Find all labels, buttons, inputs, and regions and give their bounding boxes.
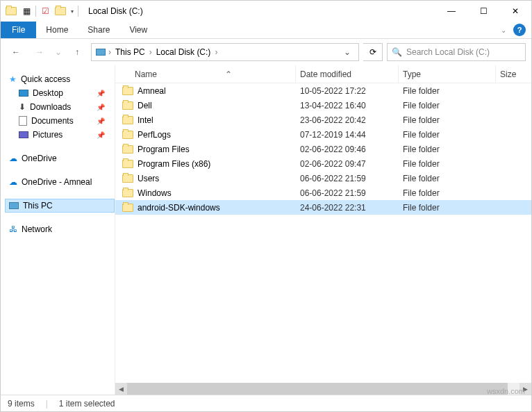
search-placeholder: Search Local Disk (C:) — [406, 47, 490, 57]
chevron-right-icon[interactable]: › — [108, 47, 111, 57]
file-date: 06-06-2022 21:59 — [296, 174, 399, 183]
tab-share[interactable]: Share — [78, 22, 119, 38]
refresh-button[interactable]: ⟳ — [363, 43, 383, 61]
documents-icon — [19, 116, 27, 126]
file-type: File folder — [399, 130, 496, 140]
sidebar-quick-access[interactable]: ★ Quick access — [5, 72, 115, 86]
sidebar-onedrive-amneal[interactable]: ☁OneDrive - Amneal — [5, 175, 115, 189]
sidebar-documents[interactable]: Documents📌 — [5, 114, 115, 128]
file-type: File folder — [399, 145, 496, 154]
cloud-icon: ☁ — [9, 177, 17, 187]
table-row[interactable]: Windows06-06-2022 21:59File folder — [115, 186, 531, 200]
qat-properties-icon[interactable]: ▦ — [20, 5, 33, 17]
title-bar: ▦ ☑ ▾ Local Disk (C:) ― ☐ ✕ — [1, 1, 531, 22]
file-date: 02-06-2022 09:46 — [296, 145, 399, 154]
file-name: android-SDK-windows — [138, 203, 220, 213]
pc-icon — [9, 202, 19, 209]
chevron-right-icon[interactable]: › — [149, 47, 152, 57]
folder-title-icon — [54, 5, 67, 17]
file-type: File folder — [399, 174, 496, 183]
file-list-pane: Name⌃ Date modified Type Size Amneal10-0… — [115, 65, 531, 395]
navigation-bar: ← → ⌄ ↑ › This PC › Local Disk (C:) › ⌄ … — [1, 39, 531, 65]
file-type: File folder — [399, 101, 496, 110]
close-button[interactable]: ✕ — [499, 1, 531, 22]
file-tab[interactable]: File — [1, 22, 36, 38]
column-name[interactable]: Name⌃ — [115, 65, 296, 83]
tab-home[interactable]: Home — [36, 22, 78, 38]
file-type: File folder — [399, 115, 496, 125]
back-button[interactable]: ← — [6, 42, 26, 62]
pin-icon: 📌 — [97, 90, 105, 97]
table-row[interactable]: Intel23-06-2022 20:42File folder — [115, 113, 531, 127]
recent-dropdown-icon[interactable]: ⌄ — [53, 42, 63, 62]
folder-icon — [122, 87, 133, 95]
pin-icon: 📌 — [97, 131, 105, 139]
breadcrumb-this-pc[interactable]: This PC — [113, 47, 148, 57]
chevron-right-icon[interactable]: › — [215, 47, 217, 57]
table-row[interactable]: Program Files (x86)02-06-2022 09:47File … — [115, 156, 531, 171]
help-icon[interactable]: ? — [513, 24, 526, 36]
status-selected-count: 1 item selected — [59, 399, 115, 409]
file-type: File folder — [399, 203, 496, 213]
file-name: Windows — [138, 188, 172, 198]
file-date: 02-06-2022 09:47 — [296, 159, 399, 169]
downloads-icon: ⬇ — [19, 102, 26, 112]
address-dropdown-icon[interactable]: ⌄ — [339, 44, 356, 60]
folder-icon — [122, 145, 133, 154]
table-row[interactable]: Amneal10-05-2022 17:22File folder — [115, 83, 531, 98]
sidebar-network[interactable]: 🖧Network — [5, 222, 115, 236]
table-row[interactable]: Program Files02-06-2022 09:46File folder — [115, 142, 531, 156]
horizontal-scrollbar[interactable]: ◀ ▶ — [115, 383, 531, 395]
app-icon — [5, 5, 17, 17]
folder-icon — [122, 189, 133, 197]
qat-dropdown-icon[interactable]: ▾ — [71, 8, 74, 15]
table-row[interactable]: Users06-06-2022 21:59File folder — [115, 171, 531, 186]
ribbon-collapse-icon[interactable]: ⌄ — [501, 26, 506, 34]
file-name: PerfLogs — [138, 130, 171, 140]
navigation-pane: ★ Quick access Desktop📌 ⬇Downloads📌 Docu… — [1, 65, 115, 395]
column-date[interactable]: Date modified — [296, 65, 399, 83]
table-row[interactable]: android-SDK-windows24-06-2022 22:31File … — [115, 200, 531, 215]
breadcrumb-local-disk[interactable]: Local Disk (C:) — [153, 47, 214, 57]
file-name: Program Files (x86) — [138, 159, 210, 169]
search-input[interactable]: 🔍 Search Local Disk (C:) — [387, 43, 526, 61]
scroll-thumb[interactable] — [127, 383, 508, 395]
sidebar-pictures[interactable]: Pictures📌 — [5, 128, 115, 142]
status-bar: 9 items | 1 item selected — [1, 395, 531, 411]
scroll-left-icon[interactable]: ◀ — [115, 383, 127, 395]
pictures-icon — [19, 131, 28, 138]
folder-icon — [122, 204, 133, 212]
file-name: Intel — [138, 115, 153, 125]
star-icon: ★ — [9, 74, 17, 84]
column-type[interactable]: Type — [399, 65, 496, 83]
tab-view[interactable]: View — [119, 22, 157, 38]
column-headers: Name⌃ Date modified Type Size — [115, 65, 531, 83]
column-size[interactable]: Size — [496, 65, 531, 83]
address-bar[interactable]: › This PC › Local Disk (C:) › ⌄ — [91, 43, 359, 61]
maximize-button[interactable]: ☐ — [467, 1, 499, 22]
pin-icon: 📌 — [97, 104, 105, 111]
file-date: 07-12-2019 14:44 — [296, 130, 399, 140]
table-row[interactable]: PerfLogs07-12-2019 14:44File folder — [115, 127, 531, 142]
file-date: 06-06-2022 21:59 — [296, 188, 399, 198]
file-name: Amneal — [138, 86, 166, 96]
folder-icon — [122, 101, 133, 110]
up-button[interactable]: ↑ — [67, 42, 87, 62]
sidebar-onedrive[interactable]: ☁OneDrive — [5, 151, 115, 165]
sort-indicator-icon: ⌃ — [225, 69, 232, 79]
folder-icon — [122, 131, 133, 139]
desktop-icon — [19, 90, 28, 97]
sidebar-downloads[interactable]: ⬇Downloads📌 — [5, 100, 115, 114]
table-row[interactable]: Dell13-04-2022 16:40File folder — [115, 98, 531, 113]
folder-icon — [122, 116, 133, 124]
file-date: 23-06-2022 20:42 — [296, 115, 399, 125]
minimize-button[interactable]: ― — [435, 1, 467, 22]
folder-icon — [122, 160, 133, 168]
sidebar-desktop[interactable]: Desktop📌 — [5, 86, 115, 100]
network-icon: 🖧 — [9, 224, 17, 234]
pc-icon — [94, 46, 107, 58]
sidebar-this-pc[interactable]: This PC — [5, 199, 115, 213]
forward-button[interactable]: → — [30, 42, 49, 62]
ribbon: File Home Share View ⌄ ? — [1, 22, 531, 39]
qat-checkbox-icon[interactable]: ☑ — [39, 5, 51, 17]
